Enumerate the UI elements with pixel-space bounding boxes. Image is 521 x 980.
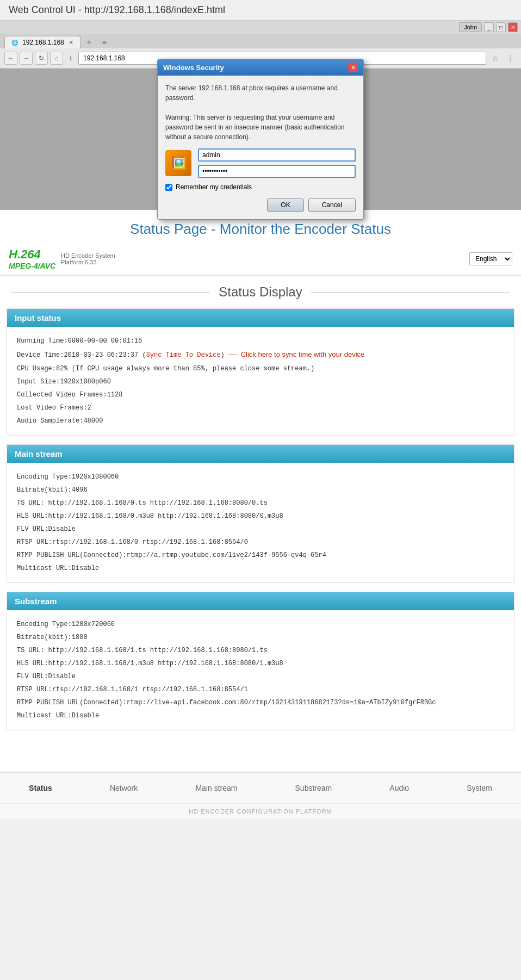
nav-item-status[interactable]: Status [22,781,59,795]
bottom-nav-items: Status Network Main stream Substream Aud… [0,773,521,803]
new-tab-button[interactable]: + [83,37,96,48]
status-line-input-size: Input Size:1920x1080p060 [17,375,504,388]
status-line-collected: Collected Video Frames:1128 [17,388,504,401]
forward-button[interactable]: → [20,52,33,65]
minimize-button[interactable]: _ [484,22,494,32]
remember-row: Remember my credentials [165,183,356,191]
security-dialog: Windows Security ✕ The server 192.168.1.… [157,59,364,220]
back-button[interactable]: ← [4,52,17,65]
nav-item-network[interactable]: Network [103,781,144,795]
security-icon: ℹ [65,52,76,65]
section-divider: Status Display [0,276,521,308]
sub-flv-url: FLV URL:Disable [17,670,504,683]
logo-system: HD Encoder System [61,252,115,259]
nav-item-system[interactable]: System [460,781,499,795]
dialog-message-1: The server 192.168.1.168 at pbox require… [165,84,338,102]
main-rtmp-url: RTMP PUBLISH URL(Connected):rtmp://a.rtm… [17,549,504,562]
username-input[interactable] [198,148,356,162]
sub-ts-url: TS URL: http://192.168.1.168/1.ts http:/… [17,644,504,657]
logo-text: H.264 MPEG-4/AVC [9,247,55,270]
dialog-overlay: Windows Security ✕ The server 192.168.1.… [0,69,521,210]
sync-arrow: —— [228,351,237,359]
logo-platform: Platform 6.33 [61,259,115,265]
status-line-running: Running Time:0000-00-00 00:01:15 [17,334,504,348]
status-line-lost: Lost Video Frames:2 [17,401,504,414]
spacer [0,739,521,761]
title-bar: Web Control UI - http://192.168.1.168/in… [0,0,521,21]
divider-left [11,292,210,293]
main-stream-body: Encoding Type:1920x1080060 Bitrate(kbit)… [7,463,514,582]
cancel-button[interactable]: Cancel [308,199,356,212]
bottom-footer: HD ENCODER CONFIGURATION PLATFORM [0,803,521,819]
logo-info: HD Encoder System Platform 6.33 [61,252,115,265]
main-encoding-type: Encoding Type:1920x1080060 [17,470,504,483]
tab-close-icon[interactable]: ✕ [69,39,73,46]
header-row: H.264 MPEG-4/AVC HD Encoder System Platf… [0,243,521,276]
sub-encoding-type: Encoding Type:1280x720060 [17,618,504,631]
substream-body: Encoding Type:1280x720060 Bitrate(kbit):… [7,610,514,730]
input-status-section: Input status Running Time:0000-00-00 00:… [7,308,514,436]
dialog-message-2: Warning: This server is requesting that … [165,114,345,141]
browser-tab[interactable]: 🌐 192.168.1.168 ✕ [4,36,80,48]
remember-label: Remember my credentials [176,183,252,191]
status-line-audio: Audio Samplerate:48000 [17,414,504,427]
dialog-message: The server 192.168.1.168 at pbox require… [165,83,356,142]
title-text: Web Control UI - http://192.168.1.168/in… [9,4,225,15]
sub-bitrate: Bitrate(kbit):1800 [17,631,504,644]
page-title: Status Page - Monitor the Encoder Status [9,221,512,238]
bookmark-star-icon[interactable]: ☆ [488,52,501,65]
divider-right [311,292,510,293]
dialog-body: The server 192.168.1.168 at pbox require… [158,76,363,219]
sync-time-link[interactable]: Sync Time To Device [146,351,221,359]
user-name: John [459,22,482,32]
substream-header: Substream [7,592,514,610]
main-flv-url: FLV URL:Disable [17,523,504,536]
nav-item-main-stream[interactable]: Main stream [189,781,244,795]
logo-h264: H.264 [9,247,55,262]
tab-list-button[interactable]: ≡ [98,37,111,48]
browser-menu-icon[interactable]: ⋮ [504,52,517,65]
bottom-nav: Status Network Main stream Substream Aud… [0,772,521,819]
main-rtsp-url: RTSP URL:rtsp://192.168.1.168/0 rtsp://1… [17,536,504,549]
main-ts-url: TS URL: http://192.168.1.168/0.ts http:/… [17,497,504,510]
main-stream-section: Main stream Encoding Type:1920x1080060 B… [7,444,514,583]
sub-rtmp-url: RTMP PUBLISH URL(Connected):rtmp://live-… [17,696,504,709]
main-hls-url: HLS URL:http://192.168.1.168/0.m3u8 http… [17,510,504,523]
main-content: Status Page - Monitor the Encoder Status… [0,210,521,819]
status-line-device-time: Device Time:2018-03-23 06:23:37 (Sync Ti… [17,348,504,362]
tab-page-icon: 🌐 [11,40,18,46]
nav-item-substream[interactable]: Substream [289,781,339,795]
input-status-body: Running Time:0000-00-00 00:01:15 Device … [7,327,514,435]
sub-rtsp-url: RTSP URL:rtsp://192.168.1.168/1 rtsp://1… [17,683,504,696]
sub-multicast-url: Multicast URL:Disable [17,709,504,722]
dialog-close-button[interactable]: ✕ [348,63,358,72]
substream-section: Substream Encoding Type:1280x720060 Bitr… [7,592,514,730]
section-main-title: Status Display [219,284,302,300]
remember-checkbox[interactable] [165,184,172,191]
password-input[interactable] [198,165,356,178]
nav-item-audio[interactable]: Audio [383,781,415,795]
credential-icon: 🖼️ [165,150,191,176]
maximize-button[interactable]: □ [496,22,506,32]
input-status-header: Input status [7,309,514,327]
main-multicast-url: Multicast URL:Disable [17,562,504,575]
dialog-title: Windows Security [163,64,224,72]
window-close-button[interactable]: ✕ [508,22,518,32]
browser-tab-bar: 🌐 192.168.1.168 ✕ + ≡ [0,34,521,48]
logo-mpeg: MPEG-4/AVC [9,262,55,270]
reload-button[interactable]: ↻ [35,52,48,65]
language-select[interactable]: English Chinese [469,252,512,265]
status-line-cpu: CPU Usage:82% (If CPU usage always more … [17,362,504,375]
main-bitrate: Bitrate(kbit):4096 [17,483,504,497]
dialog-credentials: 🖼️ [165,148,356,178]
sub-hls-url: HLS URL:http://192.168.1.168/1.m3u8 http… [17,657,504,670]
browser-top-row: John _ □ ✕ [0,21,521,34]
ok-button[interactable]: OK [267,199,303,212]
credential-fields [198,148,356,178]
main-stream-header: Main stream [7,445,514,463]
sync-hint: Click here to sync time with your device [241,350,365,358]
dialog-titlebar: Windows Security ✕ [158,59,363,76]
logo-section: H.264 MPEG-4/AVC HD Encoder System Platf… [9,247,115,270]
home-button[interactable]: ⌂ [50,52,63,65]
tab-label: 192.168.1.168 [22,39,64,46]
